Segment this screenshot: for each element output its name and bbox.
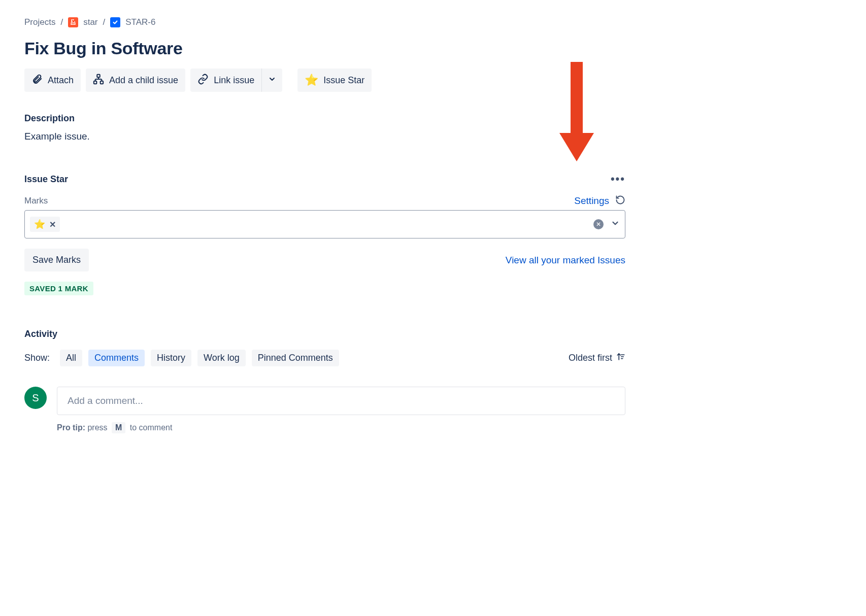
- breadcrumb-separator: /: [103, 17, 106, 27]
- remove-tag-button[interactable]: ✕: [49, 220, 56, 229]
- issue-star-label: Issue Star: [24, 174, 68, 185]
- settings-link[interactable]: Settings: [574, 195, 609, 207]
- svg-rect-0: [97, 74, 100, 77]
- sort-icon: [616, 352, 625, 364]
- issue-star-button[interactable]: ⭐ Issue Star: [297, 69, 372, 92]
- chevron-down-icon[interactable]: [611, 219, 620, 230]
- chevron-down-icon: [268, 75, 276, 86]
- activity-filter-row: Show: All Comments History Work log Pinn…: [24, 350, 625, 366]
- issue-star-header: Issue Star •••: [24, 173, 625, 186]
- sort-label: Oldest first: [569, 353, 612, 363]
- issue-star-label: Issue Star: [323, 75, 364, 86]
- filter-pinned[interactable]: Pinned Comments: [252, 350, 339, 366]
- breadcrumb-separator: /: [60, 17, 63, 27]
- sort-button[interactable]: Oldest first: [569, 352, 625, 364]
- marks-label: Marks: [24, 196, 48, 206]
- page-title[interactable]: Fix Bug in Software: [24, 39, 625, 58]
- view-all-marked-link[interactable]: View all your marked Issues: [506, 255, 625, 266]
- star-icon: ⭐: [305, 74, 318, 87]
- link-issue-label: Link issue: [214, 75, 254, 86]
- attach-button[interactable]: Attach: [24, 69, 81, 92]
- save-row: Save Marks View all your marked Issues: [24, 249, 625, 271]
- more-menu-button[interactable]: •••: [611, 173, 625, 186]
- pro-tip-pre: press: [87, 423, 107, 432]
- star-icon: ⭐: [34, 219, 45, 230]
- filter-history[interactable]: History: [151, 350, 191, 366]
- link-icon: [197, 74, 209, 87]
- link-issue-dropdown-button[interactable]: [261, 69, 282, 92]
- comment-row: S Add a comment...: [24, 387, 625, 415]
- add-child-label: Add a child issue: [109, 75, 178, 86]
- filter-comments[interactable]: Comments: [88, 350, 145, 366]
- project-avatar-icon: [68, 17, 78, 27]
- saved-badge: SAVED 1 MARK: [24, 282, 93, 295]
- attach-label: Attach: [48, 75, 74, 86]
- paperclip-icon: [31, 74, 43, 87]
- save-marks-button[interactable]: Save Marks: [24, 249, 89, 271]
- refresh-icon[interactable]: [615, 195, 625, 207]
- avatar: S: [24, 387, 47, 409]
- filter-worklog[interactable]: Work log: [197, 350, 246, 366]
- action-bar: Attach Add a child issue Link issue ⭐ Is…: [24, 69, 625, 92]
- clear-all-button[interactable]: ✕: [593, 219, 604, 229]
- issue-type-icon: [110, 17, 120, 27]
- description-label: Description: [24, 113, 625, 124]
- marks-select[interactable]: ⭐ ✕ ✕: [24, 210, 625, 238]
- keyboard-key-m: M: [112, 422, 125, 433]
- marks-row: Marks Settings: [24, 195, 625, 207]
- filter-all[interactable]: All: [60, 350, 82, 366]
- link-issue-split-button: Link issue: [190, 69, 282, 92]
- breadcrumb-project-name[interactable]: star: [83, 17, 97, 27]
- comment-input[interactable]: Add a comment...: [57, 387, 625, 415]
- breadcrumb: Projects / star / STAR-6: [24, 17, 625, 27]
- activity-label: Activity: [24, 329, 625, 339]
- breadcrumb-issue-key[interactable]: STAR-6: [125, 17, 155, 27]
- svg-rect-2: [101, 81, 104, 84]
- svg-rect-1: [94, 81, 97, 84]
- description-text[interactable]: Example issue.: [24, 131, 625, 142]
- link-issue-button[interactable]: Link issue: [190, 69, 261, 92]
- mark-tag: ⭐ ✕: [30, 217, 60, 232]
- breadcrumb-projects[interactable]: Projects: [24, 17, 55, 27]
- show-label: Show:: [24, 353, 50, 363]
- pro-tip-label: Pro tip:: [57, 423, 85, 432]
- hierarchy-icon: [93, 74, 104, 87]
- pro-tip: Pro tip: press M to comment: [57, 422, 625, 433]
- add-child-issue-button[interactable]: Add a child issue: [86, 69, 185, 92]
- pro-tip-post: to comment: [130, 423, 173, 432]
